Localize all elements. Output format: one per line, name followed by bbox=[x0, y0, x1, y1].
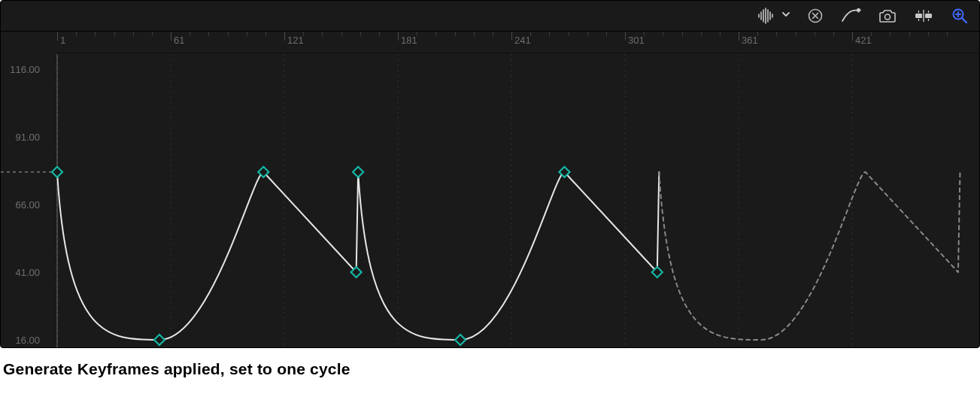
keyframe-graph[interactable]: 161121181241301361421 116.0091.0066.0041… bbox=[1, 32, 979, 347]
take-snapshot-button[interactable] bbox=[875, 4, 900, 28]
keyframe-handle[interactable] bbox=[154, 335, 165, 345]
keyframe-editor-panel: 161121181241301361421 116.0091.0066.0041… bbox=[0, 0, 980, 348]
editor-toolbar bbox=[1, 1, 979, 32]
svg-rect-12 bbox=[915, 14, 922, 18]
audio-waveform-button[interactable] bbox=[754, 4, 778, 28]
keyframe-handle[interactable] bbox=[353, 167, 363, 177]
svg-line-20 bbox=[962, 18, 966, 23]
keyframe-handle[interactable] bbox=[455, 335, 466, 345]
audio-waveform-dropdown[interactable] bbox=[781, 9, 791, 23]
y-axis-tick-label: 66.00 bbox=[1, 199, 44, 211]
y-axis-tick-label: 41.00 bbox=[1, 267, 44, 278]
keyframe-curve[interactable] bbox=[57, 172, 659, 340]
clear-curve-button[interactable] bbox=[803, 4, 827, 28]
svg-rect-10 bbox=[856, 8, 861, 13]
figure-caption: Generate Keyframes applied, set to one c… bbox=[3, 360, 977, 378]
zoom-in-button[interactable] bbox=[948, 4, 972, 28]
graph-canvas[interactable] bbox=[1, 32, 980, 347]
y-axis-tick-label: 116.00 bbox=[1, 64, 44, 75]
snapping-button[interactable] bbox=[912, 4, 936, 28]
svg-rect-13 bbox=[925, 14, 932, 18]
svg-point-11 bbox=[885, 14, 890, 20]
y-axis-tick-label: 91.00 bbox=[1, 132, 44, 143]
keyframe-handle[interactable] bbox=[52, 167, 62, 177]
fit-curve-button[interactable] bbox=[839, 4, 863, 28]
y-axis-tick-label: 16.00 bbox=[1, 335, 44, 346]
extrapolated-curve[interactable] bbox=[659, 172, 960, 340]
